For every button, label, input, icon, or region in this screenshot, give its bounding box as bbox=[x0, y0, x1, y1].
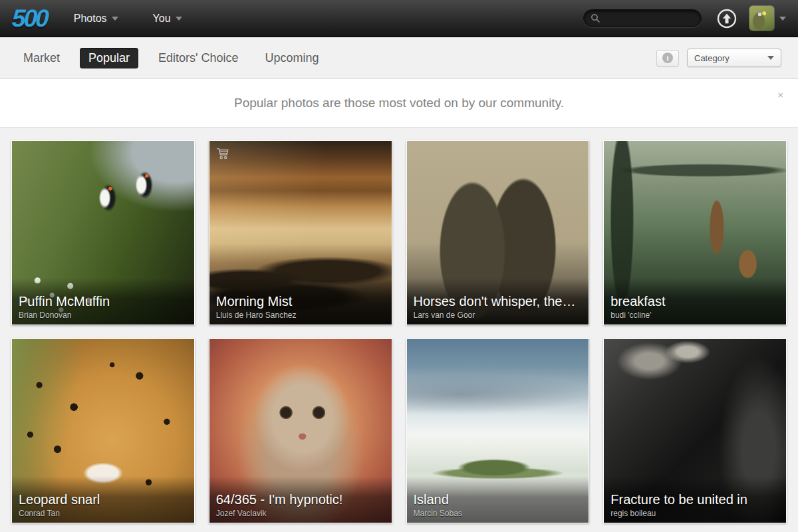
photo-author[interactable]: Jozef Vaclavik bbox=[216, 509, 385, 518]
photo-title[interactable]: Island bbox=[414, 492, 583, 507]
photo-caption: Leopard snarl Conrad Tan bbox=[12, 476, 194, 523]
category-dropdown[interactable]: Category bbox=[687, 49, 781, 67]
photo-card[interactable]: Horses don't whisper, they ... Lars van … bbox=[406, 140, 590, 325]
photo-card[interactable]: 64/365 - I'm hypnotic! Jozef Vaclavik bbox=[209, 338, 392, 523]
menu-photos[interactable]: Photos bbox=[74, 13, 118, 25]
search-input[interactable] bbox=[604, 13, 691, 23]
photo-title[interactable]: breakfast bbox=[610, 294, 779, 309]
notice-banner: Popular photos are those most voted on b… bbox=[0, 79, 798, 128]
photo-title[interactable]: Leopard snarl bbox=[19, 492, 188, 507]
photo-card[interactable]: Morning Mist Lluis de Haro Sanchez bbox=[209, 140, 392, 325]
photo-author[interactable]: budi 'ccline' bbox=[610, 311, 779, 320]
menu-you-label: You bbox=[153, 13, 171, 25]
photo-author[interactable]: regis boileau bbox=[610, 509, 779, 518]
photo-caption: Horses don't whisper, they ... Lars van … bbox=[407, 278, 589, 325]
photo-author[interactable]: Brian Donovan bbox=[19, 311, 188, 320]
photo-card[interactable]: Puffin McMuffin Brian Donovan bbox=[11, 140, 195, 325]
menu-photos-label: Photos bbox=[74, 13, 107, 25]
tab-market[interactable]: Market bbox=[17, 48, 66, 68]
search-box[interactable] bbox=[583, 9, 702, 27]
info-icon: i bbox=[662, 53, 673, 63]
info-button[interactable]: i bbox=[656, 50, 679, 66]
logo-500px[interactable]: 500 bbox=[11, 5, 47, 33]
menu-you[interactable]: You bbox=[153, 13, 182, 25]
filter-bar: Market Popular Editors' Choice Upcoming … bbox=[0, 37, 798, 79]
main-menu: Photos You bbox=[74, 13, 182, 25]
photo-title[interactable]: Horses don't whisper, they ... bbox=[414, 294, 583, 309]
category-dropdown-value: Category bbox=[694, 53, 730, 63]
photo-caption: Morning Mist Lluis de Haro Sanchez bbox=[209, 278, 392, 325]
photo-author[interactable]: Lars van de Goor bbox=[414, 311, 583, 320]
photo-title[interactable]: Morning Mist bbox=[216, 294, 385, 309]
photo-author[interactable]: Lluis de Haro Sanchez bbox=[216, 311, 385, 320]
user-avatar[interactable] bbox=[749, 6, 774, 31]
photo-card[interactable]: Fracture to be united in regis boileau bbox=[603, 338, 787, 523]
photo-title[interactable]: Puffin McMuffin bbox=[19, 294, 188, 309]
chevron-down-icon[interactable] bbox=[779, 17, 786, 21]
search-icon bbox=[591, 13, 600, 23]
photo-card[interactable]: Island Marcin Sobas bbox=[406, 338, 590, 523]
photo-card[interactable]: breakfast budi 'ccline' bbox=[603, 140, 787, 325]
close-icon[interactable]: × bbox=[777, 90, 783, 100]
shopping-cart-icon bbox=[215, 146, 230, 161]
tab-editors-choice[interactable]: Editors' Choice bbox=[152, 48, 245, 68]
chevron-down-icon bbox=[112, 17, 118, 21]
photo-caption: Puffin McMuffin Brian Donovan bbox=[12, 278, 194, 325]
photo-caption: breakfast budi 'ccline' bbox=[604, 278, 786, 325]
filter-bar-right: i Category bbox=[656, 49, 781, 67]
photo-caption: 64/365 - I'm hypnotic! Jozef Vaclavik bbox=[209, 476, 392, 523]
notice-banner-text: Popular photos are those most voted on b… bbox=[234, 96, 564, 110]
photo-title[interactable]: Fracture to be united in bbox=[610, 492, 779, 507]
tab-popular[interactable]: Popular bbox=[80, 48, 138, 68]
photo-card[interactable]: Leopard snarl Conrad Tan bbox=[11, 338, 195, 523]
photo-author[interactable]: Conrad Tan bbox=[19, 509, 188, 518]
upload-arrow-icon bbox=[723, 13, 731, 23]
chevron-down-icon bbox=[176, 17, 182, 21]
tab-upcoming[interactable]: Upcoming bbox=[259, 48, 326, 68]
account-area bbox=[749, 6, 786, 31]
photo-caption: Island Marcin Sobas bbox=[407, 476, 589, 523]
photo-title[interactable]: 64/365 - I'm hypnotic! bbox=[216, 492, 385, 507]
photo-author[interactable]: Marcin Sobas bbox=[414, 509, 583, 518]
chevron-down-icon bbox=[767, 56, 774, 60]
upload-button[interactable] bbox=[716, 8, 737, 29]
top-navbar: 500 Photos You bbox=[0, 0, 798, 37]
photo-caption: Fracture to be united in regis boileau bbox=[604, 476, 786, 523]
photo-grid: Puffin McMuffin Brian Donovan Morning Mi… bbox=[11, 140, 787, 523]
